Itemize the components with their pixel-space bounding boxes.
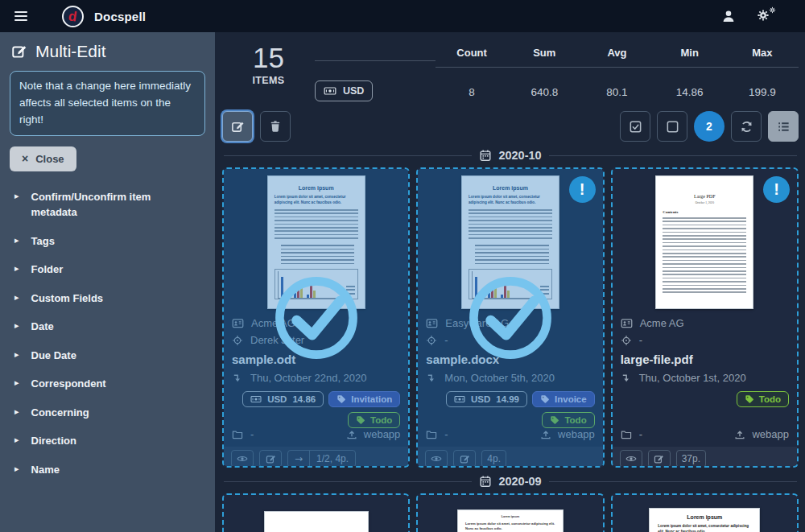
refresh-button[interactable]: [731, 111, 762, 142]
card-footer: → 1/2, 4p.: [224, 447, 408, 468]
delete-selected-button[interactable]: [260, 111, 291, 142]
item-card[interactable]: Lorem ipsum Lorem ipsum dolor sit amet, …: [416, 493, 604, 532]
correspondent-icon: [426, 317, 438, 329]
page-count: 37p.: [676, 450, 706, 468]
concerning-name: -: [444, 334, 448, 346]
correspondent-icon: [621, 317, 633, 329]
sidebar-item-confirm-metadata[interactable]: ▸Confirm/Unconfirm item metadata: [10, 183, 205, 227]
item-thumbnail: Lorem ipsum Lorem ipsum dolor sit amet, …: [418, 495, 602, 532]
item-cards-grid-partial: Keywords in PDF PD Lorem ipsum Lorem ips…: [222, 493, 799, 532]
stat-sum: 640.8: [508, 77, 580, 98]
sidebar-item-tags[interactable]: ▸Tags: [10, 227, 205, 256]
card-footer: 4p.: [418, 447, 602, 468]
edit-item-button[interactable]: [453, 450, 476, 468]
calendar-icon: [479, 149, 492, 162]
edit-item-button[interactable]: [648, 450, 671, 468]
selection-toolbar: 2: [222, 111, 799, 142]
select-all-button[interactable]: [620, 111, 650, 142]
item-card[interactable]: Large PDF October 1, 2020 Contents Acme …: [611, 167, 799, 468]
money-bill-icon: [250, 394, 262, 405]
preview-button[interactable]: [620, 450, 642, 468]
caret-right-icon: ▸: [14, 377, 19, 388]
upload-source-icon: [540, 429, 551, 440]
concerning-name: Derek Jeter: [250, 334, 304, 346]
sidebar-item-custom-fields[interactable]: ▸Custom Fields: [10, 284, 205, 313]
multi-edit-accordion: ▸Confirm/Unconfirm item metadata ▸Tags ▸…: [10, 183, 205, 485]
item-card[interactable]: Lorem ipsum Lorem ipsum dolor sit amet, …: [416, 167, 604, 468]
unconfirmed-icon: !: [569, 176, 596, 203]
preview-button[interactable]: [425, 450, 448, 468]
open-attachment-button[interactable]: →: [288, 451, 310, 467]
sidebar-item-direction[interactable]: ▸Direction: [10, 427, 205, 456]
correspondent-icon: [232, 317, 244, 329]
caret-right-icon: ▸: [14, 263, 19, 274]
top-navbar: d Docspell: [0, 0, 805, 32]
caret-right-icon: ▸: [14, 464, 19, 474]
col-sum: Sum: [508, 40, 580, 68]
caret-right-icon: ▸: [14, 320, 19, 331]
multi-edit-note: Note that a change here immediatly affec…: [10, 71, 205, 136]
item-card[interactable]: Keywords in PDF PD: [222, 493, 410, 532]
caret-right-icon: ▸: [14, 292, 19, 303]
folder-icon: [426, 429, 437, 440]
list-view-button[interactable]: [768, 111, 799, 142]
item-title: sample.docx: [426, 353, 594, 366]
item-thumbnail: Lorem ipsum Lorem ipsum dolor sit amet, …: [224, 169, 408, 309]
tag-badge: Todo: [737, 391, 789, 407]
edit-selected-button[interactable]: [222, 111, 253, 142]
folder-icon: [621, 429, 632, 440]
tag-icon: [336, 394, 346, 404]
tag-icon: [550, 415, 559, 425]
item-card[interactable]: Lorem ipsum Lorem ipsum dolor sit amet, …: [611, 493, 799, 532]
tag-icon: [356, 415, 365, 425]
item-title: large-file.pdf: [621, 353, 789, 366]
settings-gears-icon[interactable]: [757, 9, 774, 23]
correspondent-name: EasyCare AG: [445, 317, 509, 329]
item-date: Thu, October 22nd, 2020: [250, 372, 367, 384]
concerning-name: -: [639, 334, 642, 346]
tag-icon: [745, 394, 754, 404]
month-label: 2020-09: [498, 475, 541, 488]
stat-max: 199.9: [726, 77, 799, 98]
sidebar-item-correspondent[interactable]: ▸Correspondent: [10, 369, 205, 398]
item-card[interactable]: Lorem ipsum Lorem ipsum dolor sit amet, …: [222, 167, 410, 468]
user-icon[interactable]: [721, 9, 736, 23]
item-thumbnail: Keywords in PDF PD: [224, 495, 408, 532]
upload-source-icon: [734, 429, 745, 440]
unconfirmed-icon: !: [763, 176, 790, 203]
caret-right-icon: ▸: [14, 349, 19, 360]
item-list-main: 15 ITEMS Count Sum Avg Min Max USD 8 640…: [215, 32, 805, 532]
item-title: sample.odt: [232, 353, 400, 366]
folder-icon: [232, 429, 243, 440]
col-max: Max: [726, 40, 799, 68]
sidebar-item-due-date[interactable]: ▸Due Date: [10, 341, 205, 370]
page-count: 1/2, 4p.: [310, 451, 355, 467]
hamburger-menu-icon[interactable]: [13, 8, 29, 24]
item-cards-grid: Lorem ipsum Lorem ipsum dolor sit amet, …: [222, 167, 799, 468]
total-items-label: ITEMS: [222, 75, 315, 86]
tag-badge: Todo: [348, 412, 400, 428]
sidebar-item-concerning[interactable]: ▸Concerning: [10, 398, 205, 427]
month-divider: 2020-10: [224, 149, 797, 162]
item-date-icon: [426, 373, 437, 384]
preview-button[interactable]: [231, 450, 254, 468]
folder-value: -: [250, 428, 254, 440]
amount-badge: USD14.86: [242, 391, 324, 407]
caret-right-icon: ▸: [14, 406, 19, 417]
source-value: webapp: [752, 428, 789, 440]
folder-value: -: [639, 428, 642, 440]
tag-icon: [540, 394, 550, 404]
thumbnail-chart: [469, 269, 552, 299]
sidebar-item-date[interactable]: ▸Date: [10, 312, 205, 341]
edit-item-button[interactable]: [259, 450, 282, 468]
close-button[interactable]: × Close: [10, 146, 76, 171]
deselect-all-button[interactable]: [657, 111, 687, 142]
currency-stats-table: Count Sum Avg Min Max USD 8 640.8 80.1 1…: [315, 37, 799, 105]
item-date-icon: [232, 373, 243, 384]
edit-icon: [11, 43, 27, 60]
stat-count: 8: [436, 77, 508, 98]
sidebar-item-name[interactable]: ▸Name: [10, 456, 205, 485]
sidebar-item-folder[interactable]: ▸Folder: [10, 255, 205, 284]
close-icon: ×: [22, 153, 28, 164]
caret-right-icon: ▸: [14, 191, 19, 201]
